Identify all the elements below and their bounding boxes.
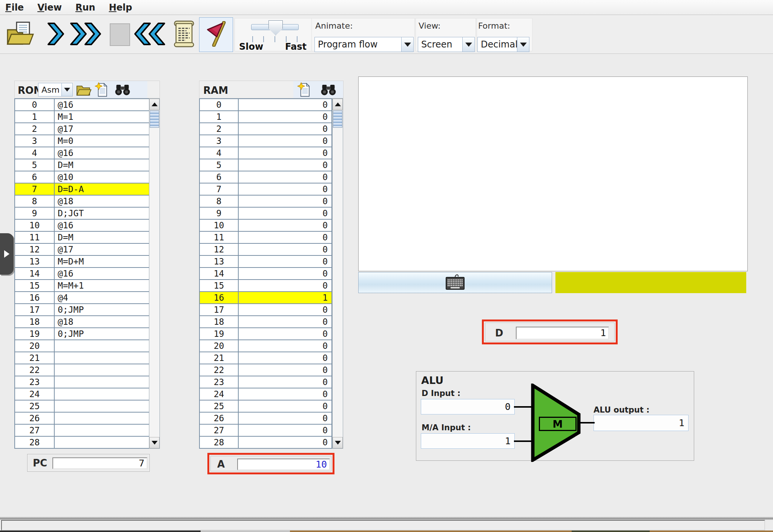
value-cell[interactable]: M=D+M (55, 256, 149, 267)
d-register-input[interactable]: 1 (516, 327, 609, 339)
address-cell: 24 (200, 388, 239, 400)
value-cell[interactable] (55, 437, 149, 448)
chevron-down-icon[interactable] (517, 37, 529, 52)
reset-button[interactable] (131, 18, 167, 51)
value-cell[interactable]: 0 (239, 171, 331, 183)
value-cell[interactable]: 0 (239, 183, 331, 195)
menu-run[interactable]: Run (75, 2, 95, 13)
find-rom-button[interactable] (115, 83, 130, 98)
value-cell[interactable]: @17 (55, 244, 149, 255)
value-cell[interactable]: 0 (239, 388, 331, 400)
value-cell[interactable]: @18 (55, 196, 149, 207)
value-cell[interactable]: 0 (239, 208, 331, 219)
value-cell[interactable]: 0 (239, 413, 331, 424)
value-cell[interactable]: 0 (239, 268, 331, 279)
ram-scrollbar-thumb[interactable] (333, 110, 342, 128)
scroll-down-icon[interactable] (149, 437, 160, 448)
clear-rom-button[interactable] (95, 82, 109, 99)
menu-view[interactable]: View (37, 2, 62, 13)
value-cell[interactable]: 0 (239, 316, 331, 327)
value-cell[interactable] (55, 388, 149, 400)
value-cell[interactable] (55, 364, 149, 376)
value-cell[interactable]: 0 (239, 220, 331, 231)
format-combobox[interactable]: Decimal (477, 37, 529, 52)
binoculars-icon (115, 83, 130, 98)
value-cell[interactable]: D=M (55, 159, 149, 171)
value-cell[interactable]: M=1 (55, 111, 149, 122)
scroll-up-icon[interactable] (149, 99, 160, 110)
address-cell: 6 (200, 171, 239, 183)
side-panel-tab[interactable] (0, 233, 14, 275)
table-row: 20 0 (200, 340, 331, 352)
value-cell[interactable]: D=D-A (55, 183, 149, 195)
value-cell[interactable]: 0 (239, 340, 331, 352)
value-cell[interactable]: 0 (239, 364, 331, 376)
value-cell[interactable]: 0 (239, 147, 331, 159)
value-cell[interactable]: 0 (239, 304, 331, 315)
value-cell[interactable]: @16 (55, 220, 149, 231)
load-program-button[interactable] (3, 18, 38, 51)
value-cell[interactable]: 0 (239, 352, 331, 364)
value-cell[interactable]: 0 (239, 232, 331, 243)
keyboard-button[interactable] (358, 272, 552, 293)
value-cell[interactable]: 0 (239, 401, 331, 412)
value-cell[interactable] (55, 425, 149, 436)
rom-scrollbar[interactable] (149, 98, 160, 449)
scroll-up-icon[interactable] (333, 99, 343, 110)
menu-help[interactable]: Help (109, 2, 132, 13)
chevron-down-icon[interactable] (61, 83, 73, 96)
value-cell[interactable] (55, 401, 149, 412)
ram-scrollbar[interactable] (332, 98, 343, 449)
value-cell[interactable]: @16 (55, 99, 149, 110)
a-register-input[interactable]: 10 (237, 459, 330, 470)
value-cell[interactable]: @17 (55, 123, 149, 135)
animate-combobox[interactable]: Program flow (314, 37, 414, 52)
load-rom-button[interactable] (76, 83, 92, 98)
view-combobox[interactable]: Screen (418, 37, 475, 52)
value-cell[interactable]: 0 (239, 99, 331, 110)
value-cell[interactable]: M=0 (55, 135, 149, 147)
value-cell[interactable]: 0 (239, 425, 331, 436)
value-cell[interactable]: 0 (239, 111, 331, 122)
value-cell[interactable]: @4 (55, 292, 149, 303)
address-cell: 8 (200, 196, 239, 207)
pc-register-input[interactable]: 7 (52, 457, 147, 469)
run-button[interactable] (67, 18, 105, 51)
scroll-down-icon[interactable] (333, 437, 343, 448)
rom-scrollbar-thumb[interactable] (150, 110, 159, 128)
value-cell[interactable] (55, 376, 149, 388)
value-cell[interactable]: D;JGT (55, 208, 149, 219)
rom-format-combobox[interactable]: Asm (38, 83, 73, 96)
value-cell[interactable]: 0 (239, 135, 331, 147)
value-cell[interactable]: @10 (55, 171, 149, 183)
show-program-button[interactable] (168, 18, 200, 51)
value-cell[interactable]: 0 (239, 376, 331, 388)
value-cell[interactable] (55, 340, 149, 352)
find-ram-button[interactable] (321, 83, 336, 98)
a-register-highlight: A 10 (207, 453, 334, 474)
value-cell[interactable]: @18 (55, 316, 149, 327)
value-cell[interactable]: 0;JMP (55, 328, 149, 339)
value-cell[interactable]: 0 (239, 159, 331, 171)
value-cell[interactable]: 0 (239, 328, 331, 339)
clear-ram-button[interactable] (297, 82, 311, 99)
value-cell[interactable] (55, 352, 149, 364)
value-cell[interactable]: 0;JMP (55, 304, 149, 315)
value-cell[interactable]: 0 (239, 256, 331, 267)
value-cell[interactable]: 0 (239, 280, 331, 291)
breakpoints-button[interactable] (199, 17, 233, 52)
value-cell[interactable]: 0 (239, 196, 331, 207)
menu-file[interactable]: File (5, 2, 24, 13)
value-cell[interactable]: D=M (55, 232, 149, 243)
value-cell[interactable] (55, 413, 149, 424)
value-cell[interactable]: @16 (55, 147, 149, 159)
value-cell[interactable]: 0 (239, 244, 331, 255)
chevron-down-icon[interactable] (462, 37, 475, 52)
value-cell[interactable]: M=M+1 (55, 280, 149, 291)
value-cell[interactable]: 0 (239, 123, 331, 135)
value-cell[interactable]: 0 (239, 437, 331, 448)
value-cell[interactable]: @16 (55, 268, 149, 279)
address-cell: 27 (15, 425, 55, 436)
chevron-down-icon[interactable] (401, 37, 414, 52)
value-cell[interactable]: 1 (239, 292, 331, 303)
